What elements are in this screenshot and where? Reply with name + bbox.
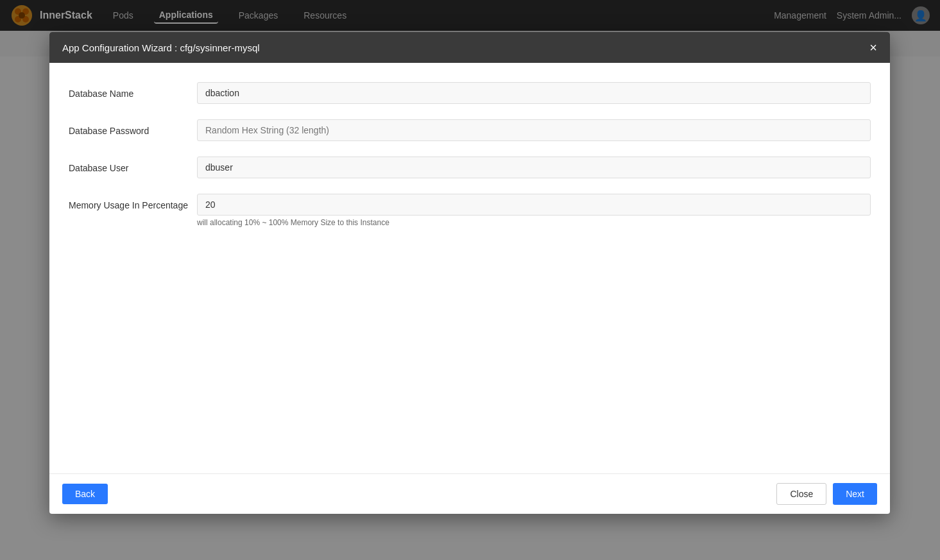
memory-usage-right: will allocating 10% ~ 100% Memory Size t… bbox=[197, 194, 871, 227]
back-button[interactable]: Back bbox=[62, 484, 108, 504]
next-button[interactable]: Next bbox=[833, 483, 877, 505]
modal-title: App Configuration Wizard : cfg/sysinner-… bbox=[62, 42, 260, 53]
modal-header: App Configuration Wizard : cfg/sysinner-… bbox=[49, 32, 890, 63]
input-database-name[interactable] bbox=[197, 82, 871, 104]
footer-right-buttons: Close Next bbox=[776, 483, 877, 505]
label-database-user: Database User bbox=[69, 157, 197, 173]
input-database-user[interactable] bbox=[197, 157, 871, 178]
field-database-password: Database Password bbox=[69, 119, 871, 141]
field-database-user: Database User bbox=[69, 157, 871, 178]
modal-close-icon-button[interactable]: × bbox=[869, 41, 877, 54]
field-memory-usage: Memory Usage In Percentage will allocati… bbox=[69, 194, 871, 227]
label-database-name: Database Name bbox=[69, 82, 197, 99]
memory-usage-hint: will allocating 10% ~ 100% Memory Size t… bbox=[197, 218, 871, 227]
modal-dialog: App Configuration Wizard : cfg/sysinner-… bbox=[49, 32, 890, 514]
modal-footer: Back Close Next bbox=[49, 473, 890, 514]
modal-body: Database Name Database Password Database… bbox=[49, 63, 890, 473]
label-database-password: Database Password bbox=[69, 119, 197, 136]
label-memory-usage: Memory Usage In Percentage bbox=[69, 194, 197, 210]
close-button[interactable]: Close bbox=[776, 483, 826, 505]
input-database-password[interactable] bbox=[197, 119, 871, 141]
modal-overlay: App Configuration Wizard : cfg/sysinner-… bbox=[0, 0, 940, 560]
input-memory-usage[interactable] bbox=[197, 194, 871, 216]
field-database-name: Database Name bbox=[69, 82, 871, 104]
